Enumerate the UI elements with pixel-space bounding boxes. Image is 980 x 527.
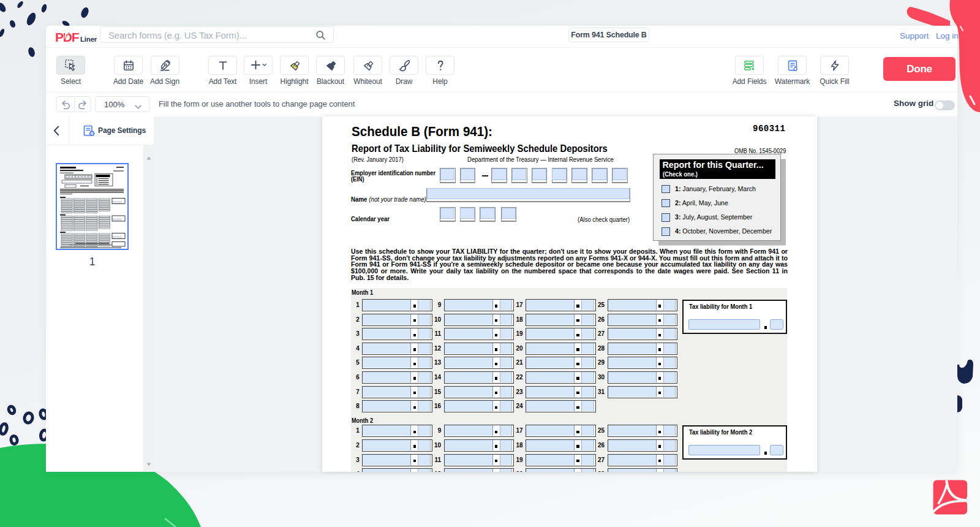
svg-text:Liner: Liner — [80, 36, 97, 43]
svg-text:PDF: PDF — [55, 30, 80, 44]
